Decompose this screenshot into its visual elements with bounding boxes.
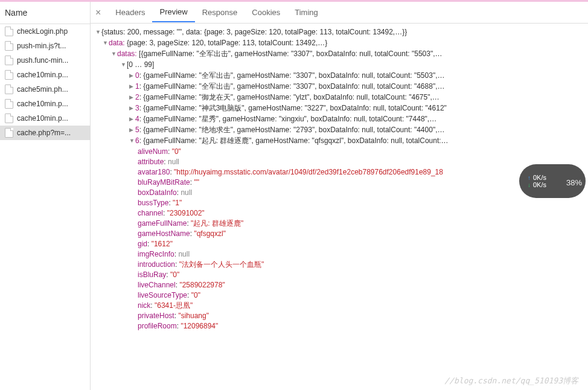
json-value: "qfsgqxzl" bbox=[194, 229, 226, 238]
upload-speed: 0K/s bbox=[533, 174, 546, 181]
json-key: gid bbox=[138, 240, 147, 248]
json-key: channel bbox=[138, 209, 163, 217]
file-icon bbox=[5, 41, 13, 51]
file-label: cache10min.p... bbox=[17, 100, 68, 108]
tab-preview[interactable]: Preview bbox=[152, 2, 194, 22]
expand-icon[interactable] bbox=[129, 82, 135, 92]
json-value: "0" bbox=[172, 147, 181, 156]
file-icon bbox=[5, 99, 13, 109]
json-value: {gameFullName: "全军出击", gameHostName: "33… bbox=[143, 82, 444, 91]
json-index: 5 bbox=[135, 126, 139, 134]
json-value: "1" bbox=[173, 199, 182, 207]
download-speed: 0K/s bbox=[533, 181, 546, 188]
json-key: data: bbox=[109, 39, 125, 47]
close-icon[interactable]: × bbox=[95, 7, 101, 18]
file-label: push.func-min... bbox=[17, 56, 68, 65]
file-icon bbox=[5, 85, 13, 94]
expand-icon[interactable] bbox=[103, 38, 109, 48]
json-key: avatar180 bbox=[138, 168, 170, 176]
expand-icon[interactable] bbox=[129, 136, 135, 146]
json-key: boxDataInfo bbox=[138, 188, 177, 197]
json-value: "sihuang" bbox=[178, 312, 209, 320]
response-tabs: × Headers Preview Response Cookies Timin… bbox=[91, 2, 588, 24]
download-icon: ↓ bbox=[528, 182, 531, 188]
expand-icon[interactable] bbox=[129, 125, 135, 135]
file-item[interactable]: push-min.js?t... bbox=[0, 39, 90, 53]
json-key: liveSourceType bbox=[138, 291, 187, 299]
json-range: [0 … 99] bbox=[127, 60, 154, 69]
file-item[interactable]: push.func-min... bbox=[0, 53, 90, 68]
file-label: cache10min.p... bbox=[17, 71, 68, 79]
tab-headers[interactable]: Headers bbox=[108, 3, 152, 22]
file-label: push-min.js?t... bbox=[17, 42, 66, 50]
file-label: cache.php?m=... bbox=[17, 129, 71, 137]
expand-icon[interactable] bbox=[121, 60, 127, 70]
file-label: cache5min.ph... bbox=[17, 85, 68, 94]
file-item[interactable]: cache5min.ph... bbox=[0, 82, 90, 97]
file-item[interactable]: checkLogin.php bbox=[0, 24, 90, 39]
file-label: checkLogin.php bbox=[17, 27, 68, 36]
json-key: gameHostName bbox=[138, 229, 190, 238]
json-value: {gameFullName: "御龙在天", gameHostName: "yl… bbox=[143, 93, 439, 101]
file-item[interactable]: cache10min.p... bbox=[0, 111, 90, 126]
json-value: "http://huyaimg.msstatic.com/avatar/1049… bbox=[174, 168, 443, 176]
json-key: profileRoom bbox=[138, 322, 177, 330]
file-item[interactable]: cache.php?m=... bbox=[0, 126, 90, 140]
expand-icon[interactable] bbox=[111, 49, 117, 59]
percentage-value: 38% bbox=[566, 173, 586, 189]
json-value: {gameFullName: "起凡: 群雄逐鹿", gameHostName:… bbox=[143, 136, 448, 145]
expand-icon[interactable] bbox=[95, 27, 101, 37]
json-value: null bbox=[181, 188, 192, 197]
json-key: datas: bbox=[117, 50, 137, 58]
json-value: "" bbox=[194, 178, 199, 187]
json-value: null bbox=[168, 158, 179, 166]
expand-icon[interactable] bbox=[129, 71, 135, 81]
json-value: "法刘备一个人头一个血瓶" bbox=[179, 260, 264, 269]
json-key: imgRecInfo bbox=[138, 250, 174, 258]
json-key: aliveNum bbox=[138, 147, 168, 156]
file-icon bbox=[5, 27, 13, 36]
json-key: nick bbox=[138, 301, 150, 310]
json-index: 4 bbox=[135, 115, 139, 123]
tab-timing[interactable]: Timing bbox=[287, 3, 325, 22]
json-value: "23091002" bbox=[167, 209, 205, 217]
expand-icon[interactable] bbox=[129, 92, 135, 103]
main-panel: × Headers Preview Response Cookies Timin… bbox=[91, 2, 588, 390]
json-key: privateHost bbox=[138, 312, 174, 320]
upload-icon: ↑ bbox=[528, 174, 531, 181]
file-item[interactable]: cache10min.p... bbox=[0, 68, 90, 82]
json-value: {gameFullName: "绝地求生", gameHostName: "27… bbox=[143, 126, 444, 134]
network-speed-badge: ↑0K/s ↓0K/s 38% bbox=[519, 164, 586, 198]
json-preview[interactable]: {status: 200, message: "", data: {page: … bbox=[91, 24, 588, 390]
watermark: //blog.csdn.net/qq_510193博客 bbox=[444, 376, 578, 386]
json-value: "0" bbox=[170, 270, 179, 279]
request-list-sidebar: Name checkLogin.php push-min.js?t... pus… bbox=[0, 2, 91, 390]
json-key: attribute bbox=[138, 158, 164, 166]
json-index: 6 bbox=[135, 136, 139, 145]
json-value: [{gameFullName: "全军出击", gameHostName: "3… bbox=[139, 50, 442, 58]
json-key: bluRayMBitRate bbox=[138, 178, 190, 187]
json-value: {gameFullName: "星秀", gameHostName: "xing… bbox=[143, 115, 436, 123]
json-value: "起凡: 群雄逐鹿" bbox=[191, 219, 243, 228]
json-index: 0 bbox=[135, 71, 139, 80]
json-key: isBluRay bbox=[138, 270, 166, 279]
json-key: introduction bbox=[138, 260, 175, 269]
json-index: 1 bbox=[135, 82, 139, 91]
json-value: "12096894" bbox=[181, 322, 218, 330]
json-key: gameFullName bbox=[138, 219, 187, 228]
json-root: {status: 200, message: "", data: {page: … bbox=[101, 28, 407, 36]
json-key: liveChannel bbox=[138, 281, 176, 289]
file-icon bbox=[5, 128, 13, 138]
expand-icon[interactable] bbox=[129, 114, 135, 124]
tab-cookies[interactable]: Cookies bbox=[244, 3, 287, 22]
tab-response[interactable]: Response bbox=[195, 3, 245, 22]
json-value: "6341-思凰" bbox=[155, 301, 193, 310]
file-item[interactable]: cache10min.p... bbox=[0, 97, 90, 111]
file-label: cache10min.p... bbox=[17, 114, 68, 123]
file-icon bbox=[5, 70, 13, 80]
json-value: {page: 3, pageSize: 120, totalPage: 113,… bbox=[127, 39, 327, 47]
expand-icon[interactable] bbox=[129, 103, 135, 113]
file-list: checkLogin.php push-min.js?t... push.fun… bbox=[0, 24, 90, 140]
json-key: bussType bbox=[138, 199, 168, 207]
json-value: {gameFullName: "全军出击", gameHostName: "33… bbox=[143, 71, 444, 80]
